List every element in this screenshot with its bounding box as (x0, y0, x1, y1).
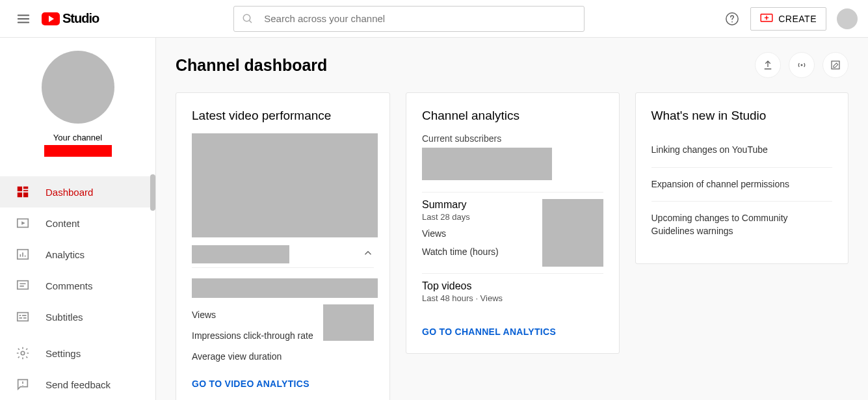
gear-icon (16, 346, 30, 360)
video-title-redacted (192, 245, 289, 263)
feedback-icon (16, 377, 30, 392)
subscriber-count-redacted (422, 148, 552, 180)
live-icon (796, 59, 808, 71)
channel-analytics-card: Channel analytics Current subscribers Su… (406, 92, 620, 354)
sidebar-item-comments[interactable]: Comments (0, 270, 155, 301)
sidebar-item-subtitles[interactable]: Subtitles (0, 301, 155, 332)
nav-label: Content (46, 218, 80, 229)
help-button[interactable] (719, 6, 745, 32)
views-label: Views (422, 228, 499, 239)
sidebar-bottom: Settings Send feedback (0, 338, 156, 400)
latest-video-card: Latest video performance Views Impressio… (176, 92, 390, 400)
summary-title: Summary (422, 199, 499, 211)
collapse-button[interactable] (362, 247, 374, 261)
comments-icon (16, 278, 30, 293)
create-label: CREATE (778, 14, 817, 24)
avd-label: Average view duration (192, 351, 282, 362)
sidebar-item-settings[interactable]: Settings (0, 338, 156, 369)
main-content: Channel dashboard Latest video performan… (156, 38, 868, 400)
page-title: Channel dashboard (176, 56, 327, 75)
video-thumbnail[interactable] (192, 133, 378, 237)
top-header: Studio CREATE (0, 0, 868, 38)
summary-subtitle: Last 28 days (422, 212, 499, 222)
subtitles-icon (16, 310, 30, 324)
sidebar-item-analytics[interactable]: Analytics (0, 239, 155, 270)
header-actions: CREATE (719, 6, 858, 32)
nav-label: Dashboard (46, 187, 93, 198)
stats-header-redacted (192, 278, 378, 298)
go-to-channel-analytics-link[interactable]: GO TO CHANNEL ANALYTICS (422, 327, 556, 337)
card-title: Channel analytics (422, 109, 603, 123)
go-live-button[interactable] (789, 52, 815, 78)
svg-rect-8 (23, 193, 28, 197)
svg-rect-6 (23, 190, 28, 191)
svg-rect-12 (18, 313, 29, 321)
svg-rect-15 (832, 61, 839, 69)
ctr-label: Impressions click-through rate (192, 330, 313, 341)
edit-icon (830, 59, 841, 71)
svg-point-2 (731, 21, 733, 22)
sidebar-scrollbar[interactable] (150, 174, 155, 211)
nav-label: Settings (46, 348, 81, 359)
top-videos-subtitle: Last 48 hours · Views (422, 293, 603, 303)
card-title: Latest video performance (192, 109, 374, 123)
summary-values-redacted (542, 199, 603, 267)
upload-icon (762, 59, 774, 71)
help-icon (725, 12, 739, 26)
top-videos-title: Top videos (422, 280, 603, 292)
svg-rect-11 (18, 281, 29, 289)
nav-label: Send feedback (46, 379, 111, 390)
create-post-button[interactable] (822, 52, 848, 78)
go-to-video-analytics-link[interactable]: GO TO VIDEO ANALYTICS (192, 379, 309, 389)
analytics-icon (16, 247, 30, 261)
video-title-row (192, 241, 374, 268)
svg-point-0 (243, 14, 250, 21)
svg-rect-5 (23, 187, 28, 189)
nav-label: Comments (46, 280, 93, 291)
svg-point-13 (21, 351, 25, 355)
summary-block: Summary Last 28 days Views Watch time (h… (422, 199, 603, 267)
search-container (99, 6, 719, 32)
channel-summary: Your channel (0, 38, 155, 166)
sidebar: Your channel Dashboard Content Analytics… (0, 38, 156, 400)
svg-rect-4 (18, 187, 22, 191)
dashboard-icon (16, 185, 30, 199)
create-icon (760, 14, 773, 24)
sidebar-item-dashboard[interactable]: Dashboard (0, 176, 155, 207)
hamburger-icon (16, 12, 31, 26)
your-channel-label: Your channel (53, 133, 102, 142)
dashboard-cards: Latest video performance Views Impressio… (176, 92, 848, 400)
chevron-up-icon (362, 247, 374, 259)
logo-text: Studio (62, 11, 99, 26)
nav-label: Analytics (46, 249, 85, 260)
hamburger-menu-button[interactable] (10, 6, 36, 32)
views-label: Views (192, 310, 216, 320)
svg-point-14 (801, 64, 803, 66)
sidebar-item-feedback[interactable]: Send feedback (0, 369, 156, 400)
channel-avatar[interactable] (42, 51, 114, 124)
sidebar-item-content[interactable]: Content (0, 207, 155, 239)
news-item[interactable]: Linking changes on YouTube (651, 133, 833, 168)
page-header: Channel dashboard (176, 52, 848, 78)
channel-name-redacted (44, 145, 112, 157)
search-input[interactable] (264, 13, 576, 24)
subscribers-label: Current subscribers (422, 133, 603, 144)
nav-label: Subtitles (46, 312, 83, 323)
search-icon (242, 13, 254, 25)
svg-rect-7 (18, 193, 22, 197)
page-header-actions (755, 52, 848, 78)
youtube-play-icon (42, 12, 60, 25)
card-title: What's new in Studio (651, 109, 833, 123)
news-item[interactable]: Expansion of channel permissions (651, 168, 833, 202)
create-button[interactable]: CREATE (750, 7, 826, 31)
content-icon (16, 216, 30, 230)
account-avatar[interactable] (837, 8, 858, 29)
youtube-studio-logo[interactable]: Studio (42, 11, 99, 26)
news-item[interactable]: Upcoming changes to Community Guidelines… (651, 202, 833, 248)
watch-time-label: Watch time (hours) (422, 247, 499, 257)
whats-new-card: What's new in Studio Linking changes on … (635, 92, 849, 264)
search-box[interactable] (233, 6, 585, 32)
upload-video-button[interactable] (755, 52, 781, 78)
stat-values-redacted (323, 304, 374, 341)
